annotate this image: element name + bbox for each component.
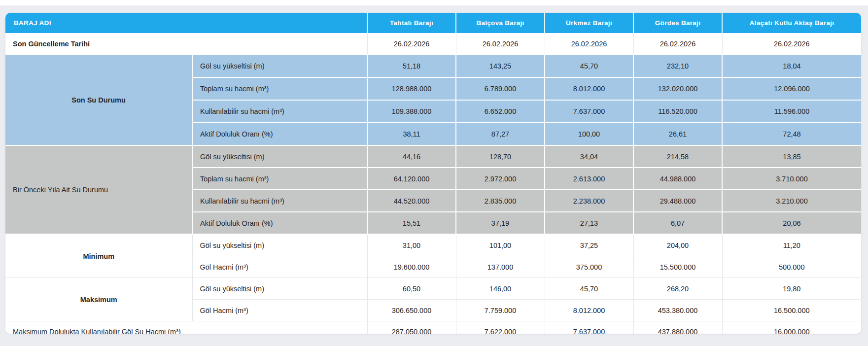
dam-status-table: BARAJ ADI Tahtalı Barajı Balçova Barajı …	[5, 13, 861, 334]
cell-value: 6,07	[633, 212, 722, 234]
footer-value: 7.622.000	[456, 321, 545, 334]
cell-value: 37,25	[545, 234, 633, 256]
section-label: Minimum	[5, 234, 192, 278]
cell-value: 137.000	[456, 256, 545, 278]
cell-value: 64.120.000	[367, 168, 456, 190]
cell-value: 37,19	[456, 212, 545, 234]
update-date-label: Son Güncelleme Tarihi	[5, 33, 367, 55]
metric-label: Göl su yükseltisi (m)	[192, 278, 367, 300]
cell-value: 15.500.000	[633, 256, 722, 278]
cell-value: 143,25	[456, 55, 545, 77]
cell-value: 232,10	[633, 55, 722, 77]
cell-value: 3.210.000	[722, 190, 861, 212]
metric-label: Kullanılabilir su hacmi (m³)	[192, 190, 367, 212]
cell-value: 2.613.000	[545, 168, 633, 190]
cell-value: 453.380.000	[633, 300, 722, 321]
cell-value: 38,11	[367, 123, 456, 145]
dam-status-card: BARAJ ADI Tahtalı Barajı Balçova Barajı …	[5, 13, 861, 334]
cell-value: 132.020.000	[633, 77, 722, 100]
cell-value: 72,48	[722, 123, 861, 145]
footer-label: Maksimum Dolulukta Kullanılabilir Göl Su…	[5, 321, 367, 334]
cell-value: 128,70	[456, 145, 545, 168]
cell-value: 16.500.000	[722, 300, 861, 321]
column-header-dam: Alaçatı Kutlu Aktaş Barajı	[722, 13, 861, 33]
update-date-value: 26.02.2026	[545, 33, 633, 55]
cell-value: 60,50	[367, 278, 456, 300]
update-date-value: 26.02.2026	[722, 33, 861, 55]
cell-value: 26,61	[633, 123, 722, 145]
metric-label: Toplam su hacmi (m³)	[192, 77, 367, 100]
cell-value: 100,00	[545, 123, 633, 145]
footer-value: 7.637.000	[545, 321, 633, 334]
section-label: Bir Önceki Yıla Ait Su Durumu	[5, 145, 192, 234]
cell-value: 8.012.000	[545, 300, 633, 321]
update-date-value: 26.02.2026	[633, 33, 722, 55]
cell-value: 375.000	[545, 256, 633, 278]
table-row: MaksimumGöl su yükseltisi (m)60,50146,00…	[5, 278, 861, 300]
cell-value: 11.596.000	[722, 100, 861, 123]
footer-value: 16.000.000	[722, 321, 861, 334]
cell-value: 109.388.000	[367, 100, 456, 123]
cell-value: 29.488.000	[633, 190, 722, 212]
column-header-dam: Tahtalı Barajı	[367, 13, 456, 33]
metric-label: Göl su yükseltisi (m)	[192, 55, 367, 77]
cell-value: 20,06	[722, 212, 861, 234]
cell-value: 268,20	[633, 278, 722, 300]
metric-label: Toplam su hacmi (m³)	[192, 168, 367, 190]
cell-value: 44.988.000	[633, 168, 722, 190]
section-label: Maksimum	[5, 278, 192, 321]
footer-value: 437.880.000	[633, 321, 722, 334]
cell-value: 128.988.000	[367, 77, 456, 100]
cell-value: 13,85	[722, 145, 861, 168]
cell-value: 204,00	[633, 234, 722, 256]
cell-value: 31,00	[367, 234, 456, 256]
metric-label: Aktif Doluluk Oranı (%)	[192, 123, 367, 145]
cell-value: 2.238.000	[545, 190, 633, 212]
section-label: Son Su Durumu	[5, 55, 192, 145]
column-header-dam: Ürkmez Barajı	[545, 13, 633, 33]
metric-label: Aktif Doluluk Oranı (%)	[192, 212, 367, 234]
column-header-baraj-adi: BARAJ ADI	[5, 13, 367, 33]
metric-label: Göl su yükseltisi (m)	[192, 234, 367, 256]
cell-value: 500.000	[722, 256, 861, 278]
cell-value: 8.012.000	[545, 77, 633, 100]
cell-value: 7.759.000	[456, 300, 545, 321]
cell-value: 87,27	[456, 123, 545, 145]
cell-value: 19,80	[722, 278, 861, 300]
page: { "page": { "background": "#ecedf1", "to…	[0, 0, 868, 346]
update-date-row: Son Güncelleme Tarihi26.02.202626.02.202…	[5, 33, 861, 55]
cell-value: 3.710.000	[722, 168, 861, 190]
cell-value: 45,70	[545, 278, 633, 300]
cell-value: 214,58	[633, 145, 722, 168]
cell-value: 7.637.000	[545, 100, 633, 123]
column-header-dam: Balçova Barajı	[456, 13, 545, 33]
metric-label: Kullanılabilir su hacmi (m³)	[192, 100, 367, 123]
top-white-strip	[0, 0, 868, 5]
cell-value: 19.600.000	[367, 256, 456, 278]
cell-value: 27,13	[545, 212, 633, 234]
table-row: Son Su DurumuGöl su yükseltisi (m)51,181…	[5, 55, 861, 77]
table-row: MinimumGöl su yükseltisi (m)31,00101,003…	[5, 234, 861, 256]
cell-value: 11,20	[722, 234, 861, 256]
column-header-dam: Gördes Barajı	[633, 13, 722, 33]
cell-value: 306.650.000	[367, 300, 456, 321]
cell-value: 15,51	[367, 212, 456, 234]
footer-row: Maksimum Dolulukta Kullanılabilir Göl Su…	[5, 321, 861, 334]
cell-value: 18,04	[722, 55, 861, 77]
cell-value: 146,00	[456, 278, 545, 300]
cell-value: 101,00	[456, 234, 545, 256]
cell-value: 12.096.000	[722, 77, 861, 100]
cell-value: 51,18	[367, 55, 456, 77]
metric-label: Göl Hacmi (m³)	[192, 300, 367, 321]
cell-value: 116.520.000	[633, 100, 722, 123]
metric-label: Göl su yükseltisi (m)	[192, 145, 367, 168]
table-row: Bir Önceki Yıla Ait Su DurumuGöl su yüks…	[5, 145, 861, 168]
update-date-value: 26.02.2026	[456, 33, 545, 55]
cell-value: 34,04	[545, 145, 633, 168]
metric-label: Göl Hacmi (m³)	[192, 256, 367, 278]
cell-value: 44,16	[367, 145, 456, 168]
cell-value: 45,70	[545, 55, 633, 77]
cell-value: 2.972.000	[456, 168, 545, 190]
cell-value: 44.520.000	[367, 190, 456, 212]
cell-value: 6.789.000	[456, 77, 545, 100]
